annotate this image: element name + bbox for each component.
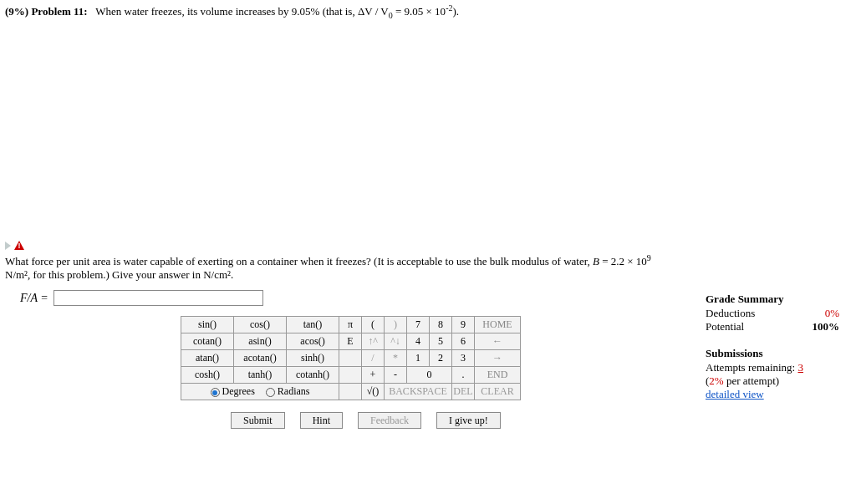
key-cosh[interactable]: cosh() xyxy=(181,367,234,384)
giveup-button[interactable]: I give up! xyxy=(436,412,501,429)
key-del[interactable]: DEL xyxy=(452,384,475,400)
per-attempt-value: 2% xyxy=(709,374,723,387)
key-clear[interactable]: CLEAR xyxy=(475,384,521,400)
question-text-1: What force per unit area is water capabl… xyxy=(5,255,593,267)
detailed-view-link[interactable]: detailed view xyxy=(706,388,839,401)
key-3[interactable]: 3 xyxy=(452,350,475,367)
key-6[interactable]: 6 xyxy=(452,333,475,350)
question-part: What force per unit area is water capabl… xyxy=(5,239,851,282)
key-acotan[interactable]: acotan() xyxy=(234,350,287,367)
grade-title: Grade Summary xyxy=(706,293,839,306)
key-E[interactable]: E xyxy=(339,333,362,350)
key-div[interactable]: / xyxy=(362,350,385,367)
key-pi[interactable]: π xyxy=(339,317,362,333)
key-tan[interactable]: tan() xyxy=(287,317,339,333)
figure-spacer xyxy=(5,22,851,239)
deductions-value: 0% xyxy=(825,307,839,320)
key-cotanh[interactable]: cotanh() xyxy=(287,367,339,384)
key-4[interactable]: 4 xyxy=(407,333,430,350)
key-sqrt[interactable]: √() xyxy=(362,384,385,400)
expand-icon[interactable] xyxy=(5,242,11,250)
key-0[interactable]: 0 xyxy=(407,367,452,384)
radio-radians-icon xyxy=(266,388,275,397)
question-text-2: = 2.2 × 10 xyxy=(599,255,647,267)
hint-button[interactable]: Hint xyxy=(300,412,343,429)
warning-icon xyxy=(14,241,24,250)
key-7[interactable]: 7 xyxy=(407,317,430,333)
potential-value: 100% xyxy=(813,320,840,333)
problem-text-2: = 9.05 × 10 xyxy=(393,5,446,18)
key-cotan[interactable]: cotan() xyxy=(181,333,234,350)
attempts-value: 3 xyxy=(797,361,803,374)
bulk-modulus-var: B xyxy=(593,255,599,267)
key-backspace[interactable]: BACKSPACE xyxy=(385,384,452,400)
key-end[interactable]: END xyxy=(475,367,521,384)
key-cos[interactable]: cos() xyxy=(234,317,287,333)
deductions-label: Deductions xyxy=(706,307,755,320)
key-acos[interactable]: acos() xyxy=(287,333,339,350)
key-dot[interactable]: . xyxy=(452,367,475,384)
key-tanh[interactable]: tanh() xyxy=(234,367,287,384)
submissions-title: Submissions xyxy=(706,347,839,360)
problem-label: Problem 11: xyxy=(31,5,87,18)
per-attempt-close: per attempt) xyxy=(724,374,779,387)
key-blank1 xyxy=(339,350,362,367)
radio-degrees-icon xyxy=(211,388,220,397)
question-sup: 9 xyxy=(647,253,651,262)
question-text-3: N/m², for this problem.) Give your answe… xyxy=(5,268,233,281)
key-rparen[interactable]: ) xyxy=(385,317,407,333)
problem-header: (9%) Problem 11: When water freezes, its… xyxy=(5,3,851,20)
problem-text-3: ). xyxy=(452,5,459,18)
key-8[interactable]: 8 xyxy=(430,317,452,333)
key-sinh[interactable]: sinh() xyxy=(287,350,339,367)
key-lparen[interactable]: ( xyxy=(362,317,385,333)
problem-text-1: When water freezes, its volume increases… xyxy=(95,5,388,18)
key-9[interactable]: 9 xyxy=(452,317,475,333)
mode-radians[interactable]: Radians xyxy=(266,385,310,397)
key-down[interactable]: ^↓ xyxy=(385,333,407,350)
degrees-label: Degrees xyxy=(222,385,255,397)
submit-button[interactable]: Submit xyxy=(231,412,285,429)
answer-input[interactable] xyxy=(54,290,263,306)
key-blank3 xyxy=(339,384,362,400)
grade-summary: Grade Summary Deductions 0% Potential 10… xyxy=(706,293,839,401)
key-1[interactable]: 1 xyxy=(407,350,430,367)
key-left[interactable]: ← xyxy=(475,333,521,350)
feedback-button[interactable]: Feedback xyxy=(358,412,421,429)
keypad: sin() cos() tan() π ( ) 7 8 9 HOME cotan… xyxy=(181,316,521,429)
key-mul[interactable]: * xyxy=(385,350,407,367)
answer-label: F/A = xyxy=(20,292,48,305)
radians-label: Radians xyxy=(278,385,310,397)
key-plus[interactable]: + xyxy=(362,367,385,384)
key-up[interactable]: ↑^ xyxy=(362,333,385,350)
action-row: Submit Hint Feedback I give up! xyxy=(231,412,521,429)
mode-degrees[interactable]: Degrees xyxy=(211,385,257,397)
attempts-label: Attempts remaining: xyxy=(706,361,797,374)
key-2[interactable]: 2 xyxy=(430,350,452,367)
key-atan[interactable]: atan() xyxy=(181,350,234,367)
key-5[interactable]: 5 xyxy=(430,333,452,350)
problem-weight: (9%) xyxy=(5,5,28,18)
key-minus[interactable]: - xyxy=(385,367,407,384)
key-asin[interactable]: asin() xyxy=(234,333,287,350)
key-home[interactable]: HOME xyxy=(475,317,521,333)
key-sin[interactable]: sin() xyxy=(181,317,234,333)
key-right[interactable]: → xyxy=(475,350,521,367)
key-blank2 xyxy=(339,367,362,384)
potential-label: Potential xyxy=(706,320,744,333)
